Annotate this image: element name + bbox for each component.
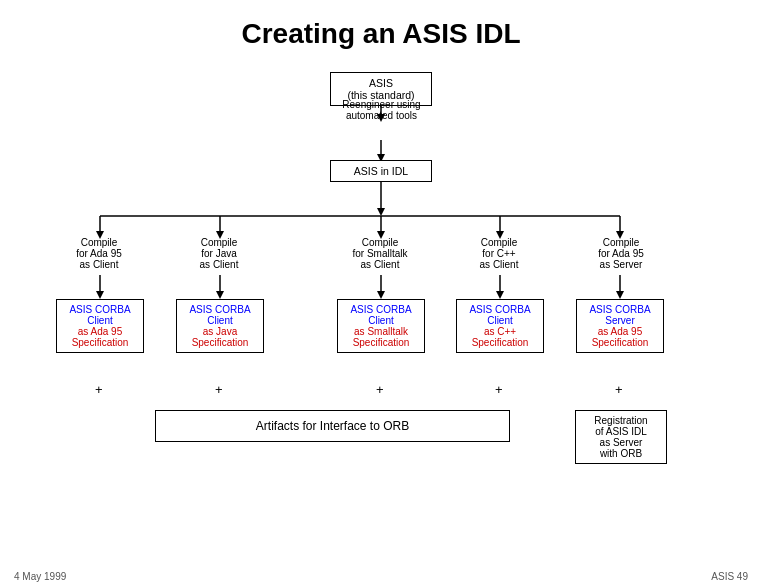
spec-cpp-box: ASIS CORBA Client as C++ Specification xyxy=(456,299,544,353)
page-title: Creating an ASIS IDL xyxy=(0,0,762,60)
svg-marker-5 xyxy=(377,208,385,216)
svg-marker-26 xyxy=(616,291,624,299)
page: Creating an ASIS IDL xyxy=(0,0,762,588)
svg-marker-20 xyxy=(216,291,224,299)
asis-in-idl-label: ASIS in IDL xyxy=(354,165,408,177)
compile-ada-label: Compilefor Ada 95as Client xyxy=(58,237,140,270)
spec-ada-line1: ASIS CORBA xyxy=(69,304,130,315)
spec-java-box: ASIS CORBA Client as Java Specification xyxy=(176,299,264,353)
svg-marker-24 xyxy=(496,291,504,299)
artifacts-box: Artifacts for Interface to ORB xyxy=(155,410,510,442)
spec-cpp-line3: as C++ xyxy=(484,326,516,337)
spec-cpp-line2: Client xyxy=(487,315,513,326)
spec-cpp-line4: Specification xyxy=(472,337,529,348)
spec-smalltalk-line4: Specification xyxy=(353,337,410,348)
plus-cpp: + xyxy=(495,382,503,397)
svg-marker-18 xyxy=(96,291,104,299)
spec-server-line1: ASIS CORBA xyxy=(589,304,650,315)
spec-ada-line3: as Ada 95 xyxy=(78,326,122,337)
registration-line1: Registration xyxy=(594,415,647,426)
spec-cpp-line1: ASIS CORBA xyxy=(469,304,530,315)
asis-standard-label: ASIS(this standard) xyxy=(347,77,414,101)
spec-server-line4: Specification xyxy=(592,337,649,348)
spec-java-line2: Client xyxy=(207,315,233,326)
registration-box: Registration of ASIS IDL as Server with … xyxy=(575,410,667,464)
plus-ada: + xyxy=(95,382,103,397)
reengineer-label: Reengineer usingautomated tools xyxy=(304,99,459,121)
compile-cpp-label: Compilefor C++as Client xyxy=(458,237,540,270)
registration-line3: as Server xyxy=(600,437,643,448)
compile-server-label: Compilefor Ada 95as Server xyxy=(580,237,662,270)
spec-server-line3: as Ada 95 xyxy=(598,326,642,337)
spec-server-line2: Server xyxy=(605,315,634,326)
asis-in-idl-box: ASIS in IDL xyxy=(330,160,432,182)
spec-smalltalk-box: ASIS CORBA Client as Smalltalk Specifica… xyxy=(337,299,425,353)
spec-java-line4: Specification xyxy=(192,337,249,348)
spec-ada-line2: Client xyxy=(87,315,113,326)
spec-ada-line4: Specification xyxy=(72,337,129,348)
footer: 4 May 1999 ASIS 49 xyxy=(0,571,762,582)
spec-ada-box: ASIS CORBA Client as Ada 95 Specificatio… xyxy=(56,299,144,353)
compile-java-label: Compilefor Javaas Client xyxy=(178,237,260,270)
registration-line4: with ORB xyxy=(600,448,642,459)
svg-marker-22 xyxy=(377,291,385,299)
plus-server: + xyxy=(615,382,623,397)
plus-smalltalk: + xyxy=(376,382,384,397)
artifacts-label: Artifacts for Interface to ORB xyxy=(256,419,409,433)
spec-smalltalk-line2: Client xyxy=(368,315,394,326)
registration-line2: of ASIS IDL xyxy=(595,426,647,437)
plus-java: + xyxy=(215,382,223,397)
footer-date: 4 May 1999 xyxy=(14,571,66,582)
compile-smalltalk-label: Compilefor Smalltalkas Client xyxy=(339,237,421,270)
footer-page: ASIS 49 xyxy=(711,571,748,582)
spec-smalltalk-line3: as Smalltalk xyxy=(354,326,408,337)
spec-java-line1: ASIS CORBA xyxy=(189,304,250,315)
spec-java-line3: as Java xyxy=(203,326,237,337)
spec-server-box: ASIS CORBA Server as Ada 95 Specificatio… xyxy=(576,299,664,353)
spec-smalltalk-line1: ASIS CORBA xyxy=(350,304,411,315)
